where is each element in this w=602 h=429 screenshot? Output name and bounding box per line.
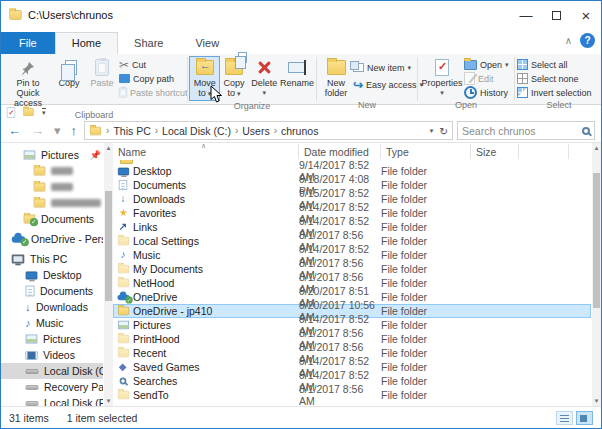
sidebar-item-videos[interactable]: Videos <box>1 347 103 363</box>
collapse-ribbon-icon[interactable]: ∧ <box>565 35 572 46</box>
breadcrumb-separator: › <box>235 125 238 136</box>
invert-selection-button[interactable]: Invert selection <box>517 86 601 99</box>
sidebar-item-label: Local Disk (F:) <box>44 397 103 406</box>
tab-file[interactable]: File <box>1 32 55 54</box>
delete-button[interactable]: Delete ▾ <box>249 57 280 99</box>
edit-button[interactable]: Edit <box>464 72 512 85</box>
scrollbar-thumb[interactable] <box>105 191 112 301</box>
column-header-size[interactable]: Size <box>471 144 519 159</box>
breadcrumb-chrunos[interactable]: chrunos <box>281 125 318 137</box>
copy-path-button[interactable]: Copy path <box>119 72 185 85</box>
link-arrow-icon: ↗ <box>119 222 128 232</box>
select-all-button[interactable]: Select all <box>517 58 601 71</box>
rename-button[interactable]: Rename <box>280 57 314 89</box>
back-button[interactable]: ← <box>5 124 24 137</box>
select-all-label: Select all <box>531 60 568 70</box>
breadcrumb-users[interactable]: Users <box>242 125 269 137</box>
pin-to-quick-access-button[interactable]: Pin to Quick access <box>3 57 53 109</box>
sidebar-item-label: Documents <box>41 213 94 225</box>
new-folder-button[interactable]: New folder <box>319 57 353 99</box>
breadcrumb[interactable]: › This PC › Local Disk (C:) › Users › ch… <box>84 121 453 140</box>
column-header-date[interactable]: Date modified <box>299 144 381 159</box>
sidebar-item-local-disk-c[interactable]: Local Disk (C:) <box>1 363 103 379</box>
recent-locations-dropdown-icon[interactable]: ▾ <box>51 124 64 137</box>
qat-new-folder-button[interactable] <box>23 108 33 116</box>
folder-icon <box>117 307 128 316</box>
sidebar-item-downloads[interactable]: ↓ Downloads <box>1 299 103 315</box>
tab-share[interactable]: Share <box>118 33 179 54</box>
sort-ascending-icon: ∧ <box>201 143 206 150</box>
open-group-label: Open <box>418 99 514 112</box>
close-button[interactable]: × <box>571 2 601 28</box>
sidebar-item-desktop[interactable]: Desktop <box>1 267 103 283</box>
drive-icon <box>26 369 39 374</box>
paste-shortcut-button[interactable]: Paste shortcut <box>119 86 185 99</box>
sidebar-item-recovery-partition[interactable]: Recovery Partitio <box>1 379 103 395</box>
shortcut-folder-icon <box>117 335 128 344</box>
search-input[interactable] <box>462 125 578 137</box>
details-view-button[interactable] <box>556 411 573 425</box>
select-none-label: Select none <box>531 74 579 84</box>
scrollbar-thumb[interactable] <box>593 173 600 308</box>
breadcrumb-this-pc[interactable]: This PC <box>113 125 150 137</box>
qat-properties-button[interactable] <box>7 107 15 117</box>
search-icon[interactable] <box>582 127 590 135</box>
sidebar-scrollbar[interactable]: ▴ ▾ <box>104 143 113 406</box>
help-button[interactable]: ? <box>580 33 595 48</box>
file-list-scrollbar[interactable]: ▴ ▾ <box>592 143 601 406</box>
properties-button[interactable]: Properties ▾ <box>420 57 464 99</box>
downloads-icon: ↓ <box>120 194 125 204</box>
paste-button[interactable]: Paste <box>85 57 119 89</box>
new-item-button[interactable]: New item ▾ <box>353 61 415 74</box>
breadcrumb-local-disk[interactable]: Local Disk (C:) <box>162 125 231 137</box>
sidebar-item-blurred-folder[interactable] <box>1 195 103 211</box>
large-icons-view-button[interactable] <box>576 411 593 425</box>
scroll-down-icon[interactable]: ▾ <box>104 397 113 405</box>
file-row-sendto[interactable]: SendTo 8/1/2017 8:56 AM File folder <box>113 388 591 402</box>
up-button[interactable]: ↑ <box>68 124 81 137</box>
sidebar-item-label: OneDrive - Person <box>31 233 103 245</box>
sidebar-item-music[interactable]: ♪ Music <box>1 315 103 331</box>
copy-button[interactable]: Copy <box>53 57 85 89</box>
navigation-pane: Pictures 📌 Documents OneDr <box>1 143 113 406</box>
sidebar-item-documents-quick[interactable]: Documents <box>1 211 103 227</box>
move-to-button[interactable]: ← Move to ▾ <box>190 57 219 100</box>
ribbon-tab-row: File Home Share View ∧ ? <box>1 29 601 54</box>
forward-button[interactable]: → <box>28 124 47 137</box>
sidebar-item-documents[interactable]: Documents <box>1 283 103 299</box>
shortcut-folder-icon <box>117 237 128 246</box>
sidebar-item-this-pc[interactable]: This PC <box>1 251 103 267</box>
history-button[interactable]: History <box>464 86 512 99</box>
sidebar-item-label: Downloads <box>36 301 88 313</box>
sidebar-item-onedrive[interactable]: OneDrive - Person <box>1 231 103 247</box>
refresh-icon[interactable]: ↻ <box>439 125 448 137</box>
sidebar-item-label: Pictures <box>43 333 81 345</box>
open-button[interactable]: Open ▾ <box>464 58 512 71</box>
sidebar-item-pictures[interactable]: Pictures <box>1 331 103 347</box>
scissors-icon: ✂ <box>119 59 129 71</box>
sidebar-item-blurred-folder[interactable] <box>1 163 103 179</box>
new-folder-icon <box>327 60 346 75</box>
scroll-up-icon[interactable]: ▴ <box>592 144 601 152</box>
cut-button[interactable]: ✂ Cut <box>119 58 185 71</box>
invert-selection-icon <box>517 87 528 98</box>
address-dropdown-icon[interactable]: ▾ <box>430 127 434 135</box>
easy-access-button[interactable]: ↪ Easy access ▾ <box>353 78 415 91</box>
column-header-type[interactable]: Type <box>381 144 471 159</box>
copy-to-button[interactable]: Copy to ▾ <box>219 57 248 100</box>
minimize-button[interactable]: — <box>511 2 541 28</box>
pin-to-quick-access-label: Pin to Quick access <box>5 78 51 108</box>
maximize-button[interactable] <box>541 2 571 28</box>
history-label: History <box>480 88 508 98</box>
sidebar-item-local-disk-f[interactable]: Local Disk (F:) <box>1 395 103 406</box>
scroll-up-icon[interactable]: ▴ <box>104 144 113 152</box>
breadcrumb-separator: › <box>155 125 158 136</box>
sidebar-item-pictures-quick[interactable]: Pictures 📌 <box>1 147 103 163</box>
scroll-down-icon[interactable]: ▾ <box>592 397 601 405</box>
sidebar-item-blurred-folder[interactable] <box>1 179 103 195</box>
select-none-button[interactable]: Select none <box>517 72 601 85</box>
tab-view[interactable]: View <box>179 33 235 54</box>
folder-icon <box>9 10 21 20</box>
tab-home[interactable]: Home <box>55 32 118 54</box>
sidebar-item-label: Music <box>36 317 63 329</box>
